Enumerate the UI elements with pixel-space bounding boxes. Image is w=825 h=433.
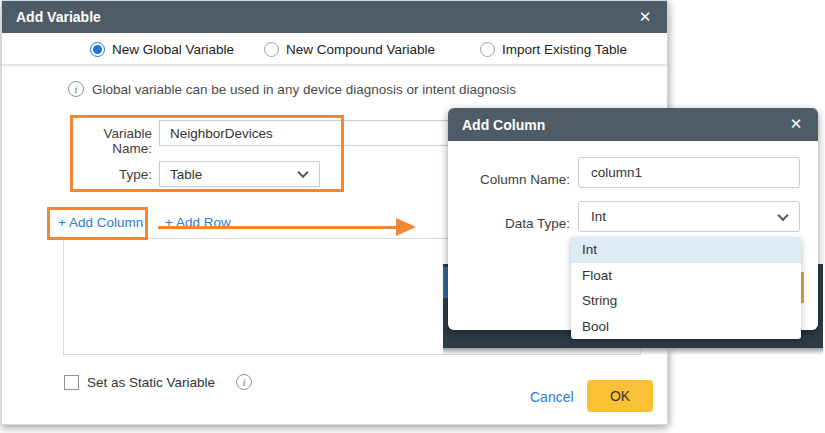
static-variable-label: Set as Static Variable [87, 375, 215, 390]
dropdown-option-bool[interactable]: Bool [571, 314, 801, 340]
column-name-label: Column Name: [458, 172, 570, 187]
data-type-select-value: Int [591, 209, 606, 224]
variable-name-input[interactable]: NeighborDevices [159, 120, 460, 146]
variable-kind-radio-group: New Global Variable New Compound Variabl… [2, 33, 667, 65]
info-icon: i [68, 81, 84, 97]
static-variable-checkbox[interactable] [64, 375, 79, 390]
close-icon[interactable]: ✕ [633, 1, 657, 33]
modal-backdrop-shadow [443, 348, 823, 355]
add-column-link[interactable]: + Add Column [58, 215, 143, 230]
radio-import-existing-table[interactable]: Import Existing Table [480, 33, 627, 65]
dropdown-option-int[interactable]: Int [571, 237, 801, 263]
info-icon: i [236, 374, 252, 390]
radio-label: Import Existing Table [502, 42, 627, 57]
radio-label: New Compound Variable [286, 42, 435, 57]
radio-selected-icon [90, 42, 105, 57]
type-select-value: Table [170, 167, 202, 182]
data-type-select[interactable]: Int [578, 201, 800, 232]
chevron-down-icon [297, 167, 308, 178]
add-variable-title: Add Variable [2, 9, 101, 25]
close-icon[interactable]: ✕ [784, 108, 808, 140]
tutorial-arrow-head [396, 218, 416, 236]
add-column-header: Add Column ✕ [448, 108, 818, 141]
chevron-down-icon [777, 209, 788, 220]
screenshot-canvas: Add Variable ✕ New Global Variable New C… [0, 0, 825, 433]
radio-new-compound-variable[interactable]: New Compound Variable [264, 33, 435, 65]
ok-button[interactable]: OK [587, 380, 653, 412]
column-name-input[interactable]: column1 [578, 157, 800, 188]
cancel-button[interactable]: Cancel [530, 389, 574, 405]
radio-unselected-icon [264, 42, 279, 57]
type-label: Type: [62, 167, 152, 182]
global-variable-info-text: Global variable can be used in any devic… [92, 82, 516, 97]
variable-name-label: Variable Name: [62, 126, 152, 156]
radio-label: New Global Variable [112, 42, 234, 57]
type-select[interactable]: Table [159, 161, 320, 187]
data-type-label: Data Type: [458, 216, 570, 231]
radio-new-global-variable[interactable]: New Global Variable [90, 33, 234, 65]
data-type-dropdown: Int Float String Bool [571, 237, 801, 339]
dropdown-option-float[interactable]: Float [571, 263, 801, 289]
tutorial-arrow-line [158, 226, 398, 229]
add-column-title: Add Column [448, 117, 545, 133]
dropdown-option-string[interactable]: String [571, 288, 801, 314]
add-variable-header: Add Variable ✕ [2, 1, 667, 33]
radio-unselected-icon [480, 42, 495, 57]
